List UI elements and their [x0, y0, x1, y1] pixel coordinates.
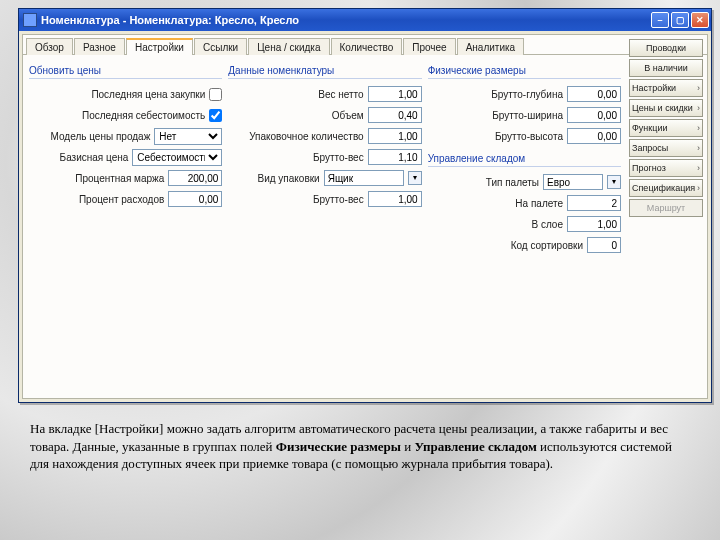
input-markup[interactable] [168, 170, 222, 186]
tab-qty[interactable]: Количество [331, 38, 403, 55]
label-depth: Брутто-глубина [491, 89, 563, 100]
input-depth[interactable] [567, 86, 621, 102]
tab-content: Обновить цены Последняя цена закупки Пос… [23, 57, 627, 398]
label-last-purchase: Последняя цена закупки [91, 89, 205, 100]
group-right: Физические размеры Брутто-глубина Брутто… [428, 65, 621, 390]
label-base-price: Базисная цена [60, 152, 129, 163]
caption-part2: и [401, 439, 414, 454]
label-packtype: Вид упаковки [257, 173, 319, 184]
label-in-layer: В слое [531, 219, 563, 230]
group-price: Обновить цены Последняя цена закупки Пос… [29, 65, 222, 390]
group-data: Данные номенклатуры Вес нетто Объем Упак… [228, 65, 421, 390]
tab-other[interactable]: Прочее [403, 38, 455, 55]
select-sales-model[interactable]: Нет [154, 128, 222, 145]
input-height[interactable] [567, 128, 621, 144]
slide-caption: На вкладке [Настройки] можно задать алго… [30, 420, 680, 473]
input-width[interactable] [567, 107, 621, 123]
label-gross: Брутто-вес [313, 152, 364, 163]
check-last-cost[interactable] [209, 109, 222, 122]
caption-bold2: Управление складом [414, 439, 536, 454]
maximize-button[interactable]: ▢ [671, 12, 689, 28]
btn-settings[interactable]: Настройки [629, 79, 703, 97]
tab-strip: Обзор Разное Настройки Ссылки Цена / ски… [23, 35, 707, 55]
window-title: Номенклатура - Номенклатура: Кресло, Кре… [41, 14, 651, 26]
input-packtype[interactable] [324, 170, 404, 186]
label-net: Вес нетто [318, 89, 363, 100]
tab-misc[interactable]: Разное [74, 38, 125, 55]
tab-analytics[interactable]: Аналитика [457, 38, 525, 55]
btn-bom[interactable]: Спецификация [629, 179, 703, 197]
tab-price[interactable]: Цена / скидка [248, 38, 329, 55]
check-last-purchase[interactable] [209, 88, 222, 101]
app-icon [23, 13, 37, 27]
group-wh-title: Управление складом [428, 153, 621, 167]
input-pallet-type[interactable] [543, 174, 603, 190]
label-height: Брутто-высота [495, 131, 563, 142]
packtype-lookup-icon[interactable]: ▾ [408, 171, 422, 185]
btn-queries[interactable]: Запросы [629, 139, 703, 157]
label-sort: Код сортировки [511, 240, 583, 251]
btn-transactions[interactable]: Проводки [629, 39, 703, 57]
label-vol: Объем [332, 110, 364, 121]
input-packqty[interactable] [368, 128, 422, 144]
input-vol[interactable] [368, 107, 422, 123]
input-gross2[interactable] [368, 191, 422, 207]
btn-onhand[interactable]: В наличии [629, 59, 703, 77]
client-area: Обзор Разное Настройки Ссылки Цена / ски… [22, 34, 708, 399]
label-last-cost: Последняя себестоимость [82, 110, 205, 121]
close-button[interactable]: ✕ [691, 12, 709, 28]
minimize-button[interactable]: – [651, 12, 669, 28]
btn-functions[interactable]: Функции [629, 119, 703, 137]
btn-prices[interactable]: Цены и скидки [629, 99, 703, 117]
label-expense: Процент расходов [79, 194, 164, 205]
group-phys-title: Физические размеры [428, 65, 621, 79]
input-sort[interactable] [587, 237, 621, 253]
input-expense[interactable] [168, 191, 222, 207]
pallet-lookup-icon[interactable]: ▾ [607, 175, 621, 189]
label-packqty: Упаковочное количество [249, 131, 363, 142]
label-markup: Процентная маржа [75, 173, 164, 184]
label-gross2: Брутто-вес [313, 194, 364, 205]
group-price-title: Обновить цены [29, 65, 222, 79]
input-gross[interactable] [368, 149, 422, 165]
label-sales-model: Модель цены продаж [51, 131, 151, 142]
caption-bold1: Физические размеры [276, 439, 401, 454]
btn-forecast[interactable]: Прогноз [629, 159, 703, 177]
titlebar: Номенклатура - Номенклатура: Кресло, Кре… [19, 9, 711, 31]
input-in-layer[interactable] [567, 216, 621, 232]
action-pane: Проводки В наличии Настройки Цены и скид… [629, 39, 703, 217]
btn-route: Маршрут [629, 199, 703, 217]
select-base-price[interactable]: Себестоимость [132, 149, 222, 166]
input-net[interactable] [368, 86, 422, 102]
tab-overview[interactable]: Обзор [26, 38, 73, 55]
input-on-pallet[interactable] [567, 195, 621, 211]
tab-links[interactable]: Ссылки [194, 38, 247, 55]
label-width: Брутто-ширина [492, 110, 563, 121]
label-pallet-type: Тип палеты [486, 177, 539, 188]
label-on-pallet: На палете [515, 198, 563, 209]
app-window: Номенклатура - Номенклатура: Кресло, Кре… [18, 8, 712, 403]
group-data-title: Данные номенклатуры [228, 65, 421, 79]
tab-settings[interactable]: Настройки [126, 38, 193, 55]
